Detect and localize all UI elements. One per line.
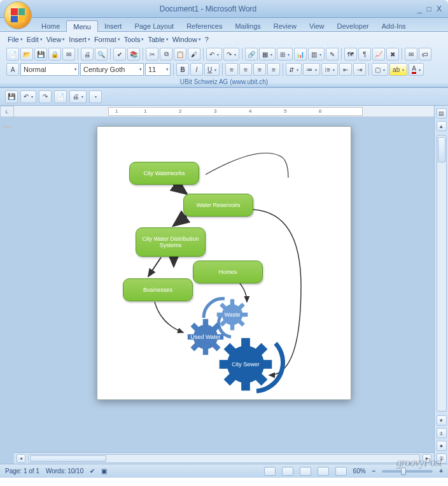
proofing-icon[interactable]: ✔ xyxy=(90,468,95,475)
chart-icon[interactable]: 📈 xyxy=(372,48,385,61)
minimize-button[interactable]: _ xyxy=(416,4,423,13)
format-painter-icon[interactable]: 🖌 xyxy=(188,48,200,61)
menu-file[interactable]: File▾ xyxy=(6,35,24,44)
close-button[interactable]: X xyxy=(435,4,443,13)
qa-new-icon[interactable]: 📄 xyxy=(54,90,67,103)
qa-undo-icon[interactable]: ↶▾ xyxy=(20,90,36,103)
menu-format[interactable]: Format▾ xyxy=(93,35,122,44)
numbering-icon[interactable]: ≔▾ xyxy=(303,63,320,76)
zoom-out-button[interactable]: – xyxy=(372,468,376,475)
mail-icon[interactable]: ✉ xyxy=(62,48,75,61)
ruler-toggle-icon[interactable]: ▤ xyxy=(437,108,447,118)
menu-edit[interactable]: Edit▾ xyxy=(25,35,44,44)
menu-help[interactable]: ? xyxy=(204,35,210,44)
docmap-icon[interactable]: 🗺 xyxy=(344,48,357,61)
copy-icon[interactable]: ⧉ xyxy=(160,48,172,61)
permission-icon[interactable]: 🔒 xyxy=(48,48,61,61)
research-icon[interactable]: 📚 xyxy=(127,48,140,61)
flowchart-box-reservoirs[interactable]: Water Reservoirs xyxy=(183,194,253,217)
close-doc-icon[interactable]: ✖ xyxy=(386,48,399,61)
print-icon[interactable]: 🖨 xyxy=(81,48,94,61)
macro-icon[interactable]: ▣ xyxy=(101,468,107,475)
align-center-icon[interactable]: ≡ xyxy=(239,63,252,76)
scroll-down-icon[interactable]: ▾ xyxy=(437,415,447,425)
menu-table[interactable]: Table▾ xyxy=(146,35,169,44)
menu-insert[interactable]: Insert▾ xyxy=(67,35,92,44)
vertical-scrollbar[interactable] xyxy=(437,135,447,411)
paragraph-icon[interactable]: ¶ xyxy=(358,48,371,61)
qa-print-icon[interactable]: 🖨▾ xyxy=(69,90,87,103)
tab-menu[interactable]: Menu xyxy=(66,20,98,32)
borders-icon[interactable]: ▢▾ xyxy=(372,63,388,76)
tab-mailings[interactable]: Mailings xyxy=(228,20,267,31)
tab-insert[interactable]: Insert xyxy=(98,20,129,31)
increase-indent-icon[interactable]: ⇥ xyxy=(353,63,366,76)
style-combo[interactable]: Normal▾ xyxy=(20,63,79,76)
zoom-slider[interactable] xyxy=(382,470,433,473)
status-words[interactable]: Words: 10/10 xyxy=(46,468,83,475)
tab-home[interactable]: Home xyxy=(35,20,66,31)
cut-icon[interactable]: ✂ xyxy=(146,48,158,61)
qa-customize-icon[interactable]: ▾ xyxy=(89,90,102,103)
tab-references[interactable]: References xyxy=(180,20,228,31)
linespacing-icon[interactable]: ⇵▾ xyxy=(286,63,302,76)
flowchart-box-distribution[interactable]: City Water Distribution Systems xyxy=(136,227,206,257)
menu-view[interactable]: View▾ xyxy=(45,35,67,44)
document-area[interactable]: City Waterworks Water Reservoirs City Wa… xyxy=(14,117,434,452)
scroll-up-icon[interactable]: ▴ xyxy=(437,121,447,131)
zoom-level[interactable]: 60% xyxy=(353,468,366,475)
fontsize-combo[interactable]: 11▾ xyxy=(145,63,171,76)
view-fullscreen-icon[interactable] xyxy=(282,467,293,476)
align-left-icon[interactable]: ≡ xyxy=(225,63,238,76)
spelling-icon[interactable]: ✔ xyxy=(113,48,126,61)
maximize-button[interactable]: □ xyxy=(426,4,433,13)
paste-icon[interactable]: 📋 xyxy=(174,48,186,61)
hyperlink-icon[interactable]: 🔗 xyxy=(245,48,258,61)
flowchart-gear-citysewer[interactable]: City Sewer xyxy=(218,337,273,392)
view-print-icon[interactable] xyxy=(264,467,276,476)
open-icon[interactable]: 📂 xyxy=(20,48,33,61)
decrease-indent-icon[interactable]: ⇤ xyxy=(339,63,352,76)
flowchart-box-waterworks[interactable]: City Waterworks xyxy=(129,162,199,185)
bold-button[interactable]: B xyxy=(176,63,189,76)
flowchart-box-businesses[interactable]: Businesses xyxy=(123,278,193,301)
justify-icon[interactable]: ≡ xyxy=(267,63,280,76)
scroll-left-icon[interactable]: ◂ xyxy=(17,454,25,463)
office-button[interactable] xyxy=(4,1,32,29)
qa-redo-icon[interactable]: ↷ xyxy=(39,90,52,103)
browse-object-icon[interactable]: ● xyxy=(437,441,447,451)
undo-icon[interactable]: ↶▾ xyxy=(206,48,222,61)
horizontal-ruler[interactable]: 1 1 2 3 4 5 6 xyxy=(14,106,434,117)
menu-tools[interactable]: Tools▾ xyxy=(123,35,146,44)
horizontal-scrollbar[interactable]: ◂ ▸ xyxy=(14,452,434,464)
qa-save-icon[interactable]: 💾 xyxy=(5,90,18,103)
menu-window[interactable]: Window▾ xyxy=(171,35,202,44)
envelope-icon[interactable]: ✉ xyxy=(405,48,417,61)
new-icon[interactable]: 📄 xyxy=(6,48,19,61)
tab-developer[interactable]: Developer xyxy=(331,20,375,31)
status-page[interactable]: Page: 1 of 1 xyxy=(5,468,39,475)
ruler-corner[interactable]: L xyxy=(0,106,14,117)
flowchart-box-homes[interactable]: Homes xyxy=(193,261,263,283)
save-icon[interactable]: 💾 xyxy=(34,48,47,61)
view-draft-icon[interactable] xyxy=(335,467,347,476)
tab-pagelayout[interactable]: Page Layout xyxy=(128,20,180,31)
highlight-icon[interactable]: ab▾ xyxy=(389,63,407,76)
tables-borders-icon[interactable]: ▦▾ xyxy=(259,48,276,61)
redo-icon[interactable]: ↷▾ xyxy=(223,48,239,61)
italic-button[interactable]: I xyxy=(190,63,203,76)
insert-table-icon[interactable]: ⊞▾ xyxy=(277,48,293,61)
fontcolor-icon[interactable]: A▾ xyxy=(409,63,424,76)
underline-button[interactable]: U▾ xyxy=(204,63,220,76)
view-web-icon[interactable] xyxy=(300,467,311,476)
tab-view[interactable]: View xyxy=(303,20,331,31)
insert-excel-icon[interactable]: 📊 xyxy=(294,48,307,61)
font-combo[interactable]: Century Goth▾ xyxy=(80,63,144,76)
drawing-icon[interactable]: ✎ xyxy=(326,48,339,61)
styles-pane-icon[interactable]: A xyxy=(6,63,19,76)
bullets-icon[interactable]: ⁝≡▾ xyxy=(321,63,338,76)
prev-page-icon[interactable]: ± xyxy=(437,428,447,438)
preview-icon[interactable]: 🔍 xyxy=(95,48,108,61)
tab-addins[interactable]: Add-Ins xyxy=(375,20,412,31)
columns-icon[interactable]: ▥▾ xyxy=(308,48,325,61)
